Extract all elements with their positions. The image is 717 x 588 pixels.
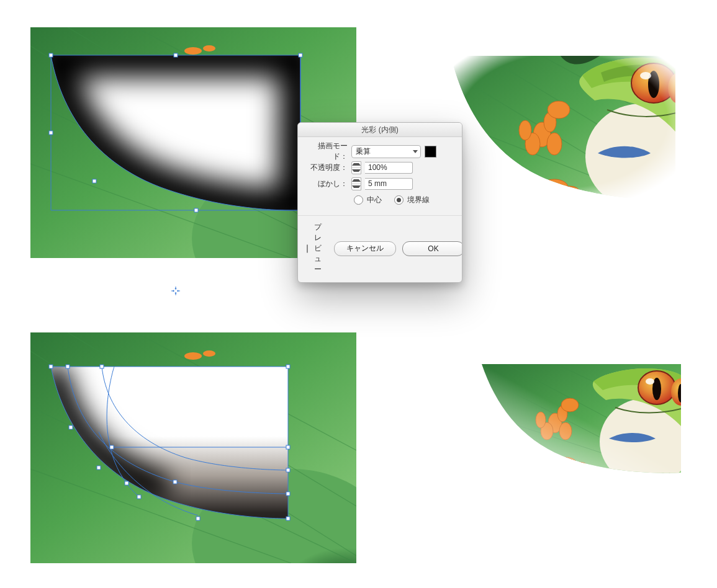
svg-point-41 <box>640 72 651 79</box>
frog-result-top <box>446 51 680 211</box>
blur-label: ぼかし： <box>307 179 348 189</box>
radio-edge[interactable] <box>394 195 404 205</box>
opacity-label: 不透明度： <box>307 163 348 173</box>
svg-point-50 <box>541 179 568 195</box>
preview-checkbox[interactable] <box>307 244 308 253</box>
svg-point-48 <box>547 133 562 155</box>
svg-rect-15 <box>92 179 96 183</box>
blend-mode-label: 描画モード： <box>307 141 348 162</box>
blur-stepper[interactable] <box>351 177 361 190</box>
svg-rect-14 <box>49 131 53 135</box>
blend-mode-value: 乗算 <box>356 146 371 157</box>
svg-rect-21 <box>49 365 53 368</box>
svg-point-70 <box>572 462 588 472</box>
svg-rect-8 <box>49 53 53 57</box>
svg-point-69 <box>544 460 560 470</box>
svg-point-66 <box>559 422 572 440</box>
svg-point-3 <box>203 45 215 51</box>
svg-point-64 <box>536 412 546 428</box>
preview-label: プレビュー <box>314 222 322 275</box>
svg-rect-31 <box>97 466 101 470</box>
svg-point-18 <box>184 352 202 360</box>
canvas-bottom-left <box>30 332 356 563</box>
svg-rect-25 <box>286 445 290 449</box>
dialog-title: 光彩 (内側) <box>298 123 462 137</box>
svg-point-43 <box>677 78 680 100</box>
align-center-icon <box>171 287 180 295</box>
svg-rect-9 <box>174 53 178 57</box>
svg-rect-29 <box>196 517 200 520</box>
blend-mode-select[interactable]: 乗算 <box>351 145 421 158</box>
svg-point-68 <box>554 457 577 470</box>
radio-center-label: 中心 <box>367 195 382 205</box>
svg-rect-33 <box>110 445 114 449</box>
svg-rect-35 <box>173 480 177 484</box>
ok-button[interactable]: OK <box>402 241 462 256</box>
svg-rect-13 <box>194 208 198 212</box>
cancel-button[interactable]: キャンセル <box>334 241 396 256</box>
glow-color-swatch[interactable] <box>425 146 436 158</box>
radio-center[interactable] <box>354 195 363 205</box>
frog-result-bottom <box>482 364 681 479</box>
svg-rect-32 <box>69 425 73 429</box>
svg-rect-34 <box>125 481 129 485</box>
blur-input[interactable]: 5 mm <box>365 178 413 190</box>
svg-point-51 <box>529 184 549 197</box>
svg-point-46 <box>519 120 531 140</box>
svg-point-19 <box>203 350 215 357</box>
svg-rect-26 <box>286 468 290 472</box>
svg-point-49 <box>548 101 570 118</box>
svg-point-52 <box>560 186 580 198</box>
svg-point-2 <box>184 47 202 55</box>
svg-rect-24 <box>286 365 290 368</box>
svg-rect-30 <box>137 495 141 499</box>
svg-rect-10 <box>299 53 302 57</box>
opacity-stepper[interactable] <box>351 161 361 174</box>
chevron-down-icon <box>413 150 418 153</box>
svg-rect-22 <box>66 365 70 368</box>
svg-point-67 <box>561 398 579 412</box>
svg-rect-23 <box>100 365 104 368</box>
svg-point-59 <box>646 378 654 385</box>
svg-rect-27 <box>286 492 290 496</box>
inner-glow-dialog: 光彩 (内側) 描画モード： 乗算 不透明度： 100% ぼかし： <box>297 122 462 283</box>
radio-edge-label: 境界線 <box>407 195 430 205</box>
svg-rect-28 <box>286 517 290 520</box>
opacity-input[interactable]: 100% <box>365 162 413 174</box>
